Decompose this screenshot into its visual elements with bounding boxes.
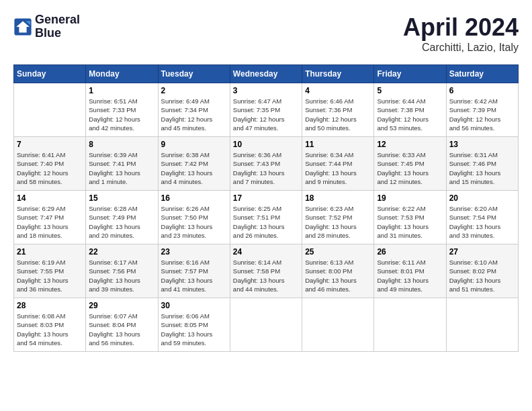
calendar-cell: 26Sunrise: 6:11 AM Sunset: 8:01 PM Dayli…: [374, 244, 446, 298]
day-info: Sunrise: 6:29 AM Sunset: 7:47 PM Dayligh…: [17, 204, 83, 240]
day-number: 19: [377, 193, 443, 203]
calendar-cell: 25Sunrise: 6:13 AM Sunset: 8:00 PM Dayli…: [302, 244, 374, 298]
location-subtitle: Carchitti, Lazio, Italy: [403, 42, 519, 54]
day-number: 10: [233, 140, 299, 149]
day-info: Sunrise: 6:11 AM Sunset: 8:01 PM Dayligh…: [377, 258, 443, 293]
col-saturday: Saturday: [446, 65, 518, 83]
day-info: Sunrise: 6:41 AM Sunset: 7:40 PM Dayligh…: [17, 150, 83, 186]
calendar-cell: 19Sunrise: 6:22 AM Sunset: 7:53 PM Dayli…: [374, 191, 446, 244]
day-info: Sunrise: 6:33 AM Sunset: 7:45 PM Dayligh…: [377, 150, 443, 186]
col-monday: Monday: [86, 65, 158, 83]
calendar-cell: 20Sunrise: 6:20 AM Sunset: 7:54 PM Dayli…: [446, 191, 518, 244]
calendar-cell: 16Sunrise: 6:26 AM Sunset: 7:50 PM Dayli…: [158, 191, 230, 244]
day-info: Sunrise: 6:47 AM Sunset: 7:35 PM Dayligh…: [233, 97, 299, 132]
day-number: 9: [161, 140, 227, 149]
calendar-cell: 8Sunrise: 6:39 AM Sunset: 7:41 PM Daylig…: [86, 137, 158, 191]
day-number: 12: [377, 140, 443, 149]
day-number: 26: [377, 247, 443, 257]
day-info: Sunrise: 6:51 AM Sunset: 7:33 PM Dayligh…: [89, 97, 154, 132]
day-number: 15: [89, 193, 154, 203]
calendar-cell: 22Sunrise: 6:17 AM Sunset: 7:56 PM Dayli…: [86, 244, 158, 298]
logo-line1: General: [35, 13, 80, 27]
day-info: Sunrise: 6:38 AM Sunset: 7:42 PM Dayligh…: [161, 150, 227, 186]
day-number: 3: [233, 86, 299, 95]
calendar-cell: 3Sunrise: 6:47 AM Sunset: 7:35 PM Daylig…: [230, 83, 302, 137]
day-info: Sunrise: 6:19 AM Sunset: 7:55 PM Dayligh…: [17, 258, 83, 293]
calendar-cell: [14, 83, 86, 137]
week-row-1: 1Sunrise: 6:51 AM Sunset: 7:33 PM Daylig…: [14, 83, 519, 137]
day-info: Sunrise: 6:42 AM Sunset: 7:39 PM Dayligh…: [449, 97, 515, 132]
logo-line2: Blue: [35, 27, 80, 40]
week-row-2: 7Sunrise: 6:41 AM Sunset: 7:40 PM Daylig…: [14, 137, 519, 191]
calendar-cell: 30Sunrise: 6:06 AM Sunset: 8:05 PM Dayli…: [158, 298, 230, 352]
day-number: 27: [449, 247, 515, 257]
calendar-cell: 27Sunrise: 6:10 AM Sunset: 8:02 PM Dayli…: [446, 244, 518, 298]
day-info: Sunrise: 6:20 AM Sunset: 7:54 PM Dayligh…: [449, 204, 515, 240]
calendar-cell: 24Sunrise: 6:14 AM Sunset: 7:58 PM Dayli…: [230, 244, 302, 298]
calendar-cell: 12Sunrise: 6:33 AM Sunset: 7:45 PM Dayli…: [374, 137, 446, 191]
calendar-cell: 1Sunrise: 6:51 AM Sunset: 7:33 PM Daylig…: [86, 83, 158, 137]
day-number: 6: [449, 86, 515, 95]
day-number: 28: [17, 301, 83, 310]
col-thursday: Thursday: [302, 65, 374, 83]
day-info: Sunrise: 6:23 AM Sunset: 7:52 PM Dayligh…: [305, 204, 371, 240]
week-row-4: 21Sunrise: 6:19 AM Sunset: 7:55 PM Dayli…: [14, 244, 519, 298]
calendar-cell: 29Sunrise: 6:07 AM Sunset: 8:04 PM Dayli…: [86, 298, 158, 352]
calendar-cell: 5Sunrise: 6:44 AM Sunset: 7:38 PM Daylig…: [374, 83, 446, 137]
col-friday: Friday: [374, 65, 446, 83]
day-info: Sunrise: 6:25 AM Sunset: 7:51 PM Dayligh…: [233, 204, 299, 240]
day-info: Sunrise: 6:06 AM Sunset: 8:05 PM Dayligh…: [161, 312, 227, 347]
day-info: Sunrise: 6:34 AM Sunset: 7:44 PM Dayligh…: [305, 150, 371, 186]
calendar-cell: [446, 298, 518, 352]
calendar-cell: 15Sunrise: 6:28 AM Sunset: 7:49 PM Dayli…: [86, 191, 158, 244]
day-number: 5: [377, 86, 443, 95]
calendar-cell: 17Sunrise: 6:25 AM Sunset: 7:51 PM Dayli…: [230, 191, 302, 244]
week-row-5: 28Sunrise: 6:08 AM Sunset: 8:03 PM Dayli…: [14, 298, 519, 352]
col-tuesday: Tuesday: [158, 65, 230, 83]
day-info: Sunrise: 6:07 AM Sunset: 8:04 PM Dayligh…: [89, 312, 154, 347]
calendar-cell: 11Sunrise: 6:34 AM Sunset: 7:44 PM Dayli…: [302, 137, 374, 191]
calendar-cell: 7Sunrise: 6:41 AM Sunset: 7:40 PM Daylig…: [14, 137, 86, 191]
logo-icon: [13, 17, 32, 36]
day-info: Sunrise: 6:13 AM Sunset: 8:00 PM Dayligh…: [305, 258, 371, 293]
col-sunday: Sunday: [14, 65, 86, 83]
calendar-cell: 13Sunrise: 6:31 AM Sunset: 7:46 PM Dayli…: [446, 137, 518, 191]
day-info: Sunrise: 6:17 AM Sunset: 7:56 PM Dayligh…: [89, 258, 154, 293]
day-info: Sunrise: 6:39 AM Sunset: 7:41 PM Dayligh…: [89, 150, 154, 186]
day-info: Sunrise: 6:16 AM Sunset: 7:57 PM Dayligh…: [161, 258, 227, 293]
day-info: Sunrise: 6:31 AM Sunset: 7:46 PM Dayligh…: [449, 150, 515, 186]
calendar-cell: 14Sunrise: 6:29 AM Sunset: 7:47 PM Dayli…: [14, 191, 86, 244]
calendar-cell: [374, 298, 446, 352]
calendar-cell: 21Sunrise: 6:19 AM Sunset: 7:55 PM Dayli…: [14, 244, 86, 298]
day-info: Sunrise: 6:10 AM Sunset: 8:02 PM Dayligh…: [449, 258, 515, 293]
logo: General Blue: [13, 13, 80, 40]
day-number: 23: [161, 247, 227, 257]
day-number: 4: [305, 86, 371, 95]
day-number: 7: [17, 140, 83, 149]
day-number: 11: [305, 140, 371, 149]
day-info: Sunrise: 6:14 AM Sunset: 7:58 PM Dayligh…: [233, 258, 299, 293]
calendar-cell: 4Sunrise: 6:46 AM Sunset: 7:36 PM Daylig…: [302, 83, 374, 137]
day-info: Sunrise: 6:28 AM Sunset: 7:49 PM Dayligh…: [89, 204, 154, 240]
calendar-cell: 10Sunrise: 6:36 AM Sunset: 7:43 PM Dayli…: [230, 137, 302, 191]
day-info: Sunrise: 6:36 AM Sunset: 7:43 PM Dayligh…: [233, 150, 299, 186]
month-title: April 2024: [403, 13, 519, 42]
week-row-3: 14Sunrise: 6:29 AM Sunset: 7:47 PM Dayli…: [14, 191, 519, 244]
calendar-body: 1Sunrise: 6:51 AM Sunset: 7:33 PM Daylig…: [14, 83, 519, 352]
day-number: 14: [17, 193, 83, 203]
page-header: General Blue April 2024 Carchitti, Lazio…: [13, 13, 519, 54]
day-number: 16: [161, 193, 227, 203]
day-number: 17: [233, 193, 299, 203]
day-number: 18: [305, 193, 371, 203]
day-number: 13: [449, 140, 515, 149]
day-number: 22: [89, 247, 154, 257]
day-number: 29: [89, 301, 154, 310]
col-wednesday: Wednesday: [230, 65, 302, 83]
day-info: Sunrise: 6:08 AM Sunset: 8:03 PM Dayligh…: [17, 312, 83, 347]
day-info: Sunrise: 6:22 AM Sunset: 7:53 PM Dayligh…: [377, 204, 443, 240]
day-number: 20: [449, 193, 515, 203]
calendar-cell: 6Sunrise: 6:42 AM Sunset: 7:39 PM Daylig…: [446, 83, 518, 137]
calendar-cell: [230, 298, 302, 352]
day-info: Sunrise: 6:46 AM Sunset: 7:36 PM Dayligh…: [305, 97, 371, 132]
calendar-cell: 23Sunrise: 6:16 AM Sunset: 7:57 PM Dayli…: [158, 244, 230, 298]
